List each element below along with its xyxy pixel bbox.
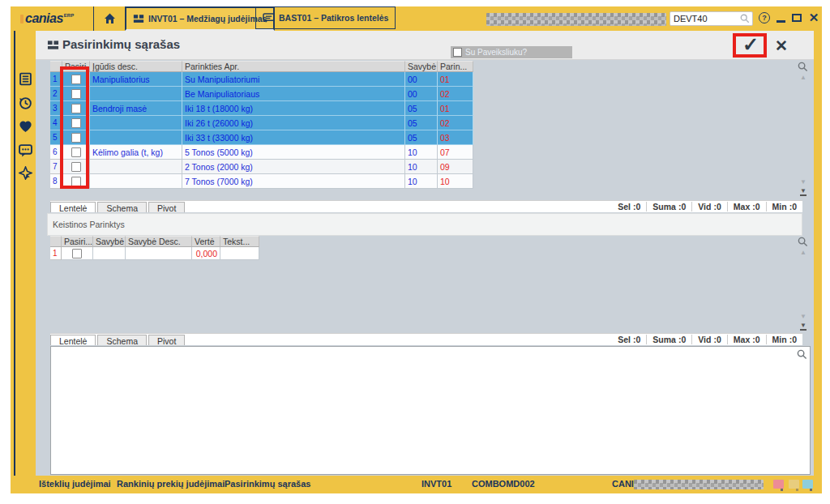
menu-list-icon[interactable]: [18, 71, 33, 87]
row-checkbox[interactable]: [72, 249, 82, 258]
stat-vid-value: :0: [713, 202, 721, 211]
navigation-compass-icon[interactable]: [18, 165, 33, 181]
note-teal-icon[interactable]: [802, 480, 813, 489]
confirm-button[interactable]: ✓: [739, 32, 762, 58]
cell-value: 0,000: [192, 247, 220, 260]
with-picture-option[interactable]: Su Paveiksliuku?: [451, 46, 572, 58]
home-button[interactable]: [94, 6, 125, 31]
window-title-bar: Pasirinkimų sąrašas Su Paveiksliuku? ✓ ✕: [36, 31, 814, 60]
header-attribute[interactable]: Savybė: [405, 61, 438, 72]
table-row[interactable]: 2 Be Manipuliatoriaus 00 02: [50, 87, 473, 101]
table-row[interactable]: 6 Kėlimo galia (t, kg) 5 Tonos (5000 kg)…: [50, 145, 473, 160]
row-checkbox[interactable]: [71, 89, 81, 99]
logo-text: canias: [25, 11, 63, 26]
cell-option: 7 Tonos (7000 kg): [182, 174, 405, 189]
header-option-desc[interactable]: Parinkties Apr.: [182, 61, 405, 72]
header-attribute[interactable]: Savybė: [93, 236, 126, 247]
stat-suma-value: :0: [678, 335, 686, 344]
cell-attr: 05: [405, 130, 438, 145]
stat-max-value: :0: [752, 202, 759, 211]
statusbar-link-resource-movements[interactable]: Išteklių judėjimai: [39, 479, 111, 489]
table-row[interactable]: 1 0,000: [50, 247, 259, 260]
note-yellow-icon[interactable]: [789, 480, 799, 489]
help-icon[interactable]: ?: [759, 12, 770, 23]
tab-lentele[interactable]: Lentelė: [50, 202, 96, 212]
tab-lentele[interactable]: Lentelė: [50, 335, 96, 345]
options-table-header: Pasiri... Įgūdis desc. Parinkties Apr. S…: [50, 61, 473, 72]
grid-icon: [133, 14, 144, 24]
tab-invt01[interactable]: INVT01 – Medžiagų judėjimas: [125, 6, 275, 31]
tab-pivot[interactable]: Pivot: [148, 335, 185, 345]
statusbar-link-manual-goods-movements[interactable]: Rankinių prekių judėjimai: [117, 479, 225, 489]
close-window-button[interactable]: ✕: [772, 34, 791, 57]
table-row[interactable]: 7 2 Tonos (2000 kg) 10 09: [50, 160, 473, 174]
header-attribute-desc[interactable]: Savybė Desc.: [126, 236, 192, 247]
row-number: 3: [50, 101, 62, 116]
cell-skill: [90, 160, 182, 174]
favorites-heart-icon[interactable]: [18, 118, 33, 134]
sidebar-rail: [14, 31, 15, 476]
table1-scroll-down-icon[interactable]: ▼: [800, 179, 806, 186]
row-number: 1: [50, 247, 62, 260]
options-table: Pasiri... Įgūdis desc. Parinkties Apr. S…: [50, 61, 473, 189]
table1-scroll-up-icon[interactable]: ▲: [800, 75, 806, 81]
table1-search-icon[interactable]: [798, 62, 808, 72]
table2-scroll-end-icon[interactable]: ▼: [800, 322, 806, 331]
top-bar: canias ERP INVT01 – Medžiagų judėjimas B…: [11, 6, 822, 31]
changeable-options-header: Pasiri... Savybė Savybė Desc. Vertė Teks…: [50, 236, 259, 247]
redacted-server-info: [634, 480, 764, 489]
window-close-glyph: ✕: [775, 36, 788, 55]
header-select[interactable]: Pasiri...: [62, 61, 90, 72]
tab-pivot[interactable]: Pivot: [148, 202, 185, 212]
cell-option: Iki 26 t (26000 kg): [182, 116, 405, 130]
note-red-icon[interactable]: [773, 480, 784, 489]
table1-scroll-end-icon[interactable]: ▼: [800, 188, 806, 196]
tab-schema[interactable]: Schema: [97, 335, 147, 345]
cell-option: Su Manipuliatoriumi: [182, 72, 405, 87]
row-checkbox[interactable]: [71, 133, 81, 143]
tab-schema[interactable]: Schema: [97, 202, 147, 212]
tab-invt01-label: INVT01 – Medžiagų judėjimas: [148, 14, 267, 23]
header-text[interactable]: Tekst...: [220, 236, 259, 247]
row-number: 2: [50, 87, 62, 101]
statusbar-link-options-list[interactable]: Pasirinkimų sąrašas: [225, 479, 310, 489]
row-checkbox[interactable]: [71, 118, 81, 128]
command-search-box[interactable]: [670, 11, 753, 26]
close-app-icon[interactable]: ✕: [807, 11, 820, 25]
row-checkbox[interactable]: [71, 75, 81, 84]
minimize-icon[interactable]: [777, 20, 785, 23]
cell-option: Iki 33 t (33000 kg): [182, 130, 405, 145]
search-icon[interactable]: [740, 14, 752, 23]
table2-scroll-down-icon[interactable]: ▼: [800, 314, 806, 320]
table2-scroll-up-icon[interactable]: ▲: [800, 250, 806, 256]
cell-opt: 10: [438, 174, 473, 189]
table2-search-icon[interactable]: [798, 237, 808, 247]
table-row[interactable]: 5 Iki 33 t (33000 kg) 05 03: [50, 130, 473, 145]
header-value[interactable]: Vertė: [192, 236, 220, 247]
with-picture-checkbox[interactable]: [453, 48, 462, 57]
history-icon[interactable]: [18, 96, 33, 111]
panel3-search-icon[interactable]: [797, 349, 807, 360]
row-number: 1: [50, 72, 62, 87]
table-row[interactable]: 8 7 Tonos (7000 kg) 10 10: [50, 174, 473, 189]
row-checkbox[interactable]: [71, 104, 81, 113]
cell-opt: 02: [438, 116, 473, 130]
header-option-code[interactable]: Parin...: [438, 61, 473, 72]
cell-skill: [90, 87, 182, 101]
cell-attr: 00: [405, 72, 438, 87]
table-row[interactable]: 1 Manipuliatorius Su Manipuliatoriumi 00…: [50, 72, 473, 87]
row-checkbox[interactable]: [71, 177, 81, 186]
stat-sel-label: Sel: [618, 202, 631, 211]
table-row[interactable]: 3 Bendroji masė Iki 18 t (18000 kg) 05 0…: [50, 101, 473, 116]
cell-opt: 09: [438, 160, 473, 174]
row-checkbox[interactable]: [71, 147, 81, 157]
cell-opt: 03: [438, 130, 473, 145]
header-skill-desc[interactable]: Įgūdis desc.: [90, 61, 182, 72]
row-checkbox[interactable]: [71, 162, 81, 172]
command-search-input[interactable]: [670, 14, 740, 23]
maximize-icon[interactable]: [792, 14, 802, 22]
tab-bast01[interactable]: BAST01 – Patikros lentelės: [255, 6, 396, 29]
comments-icon[interactable]: [18, 143, 33, 158]
table-row[interactable]: 4 Iki 26 t (26000 kg) 05 02: [50, 116, 473, 130]
header-select[interactable]: Pasiri...: [62, 236, 93, 247]
